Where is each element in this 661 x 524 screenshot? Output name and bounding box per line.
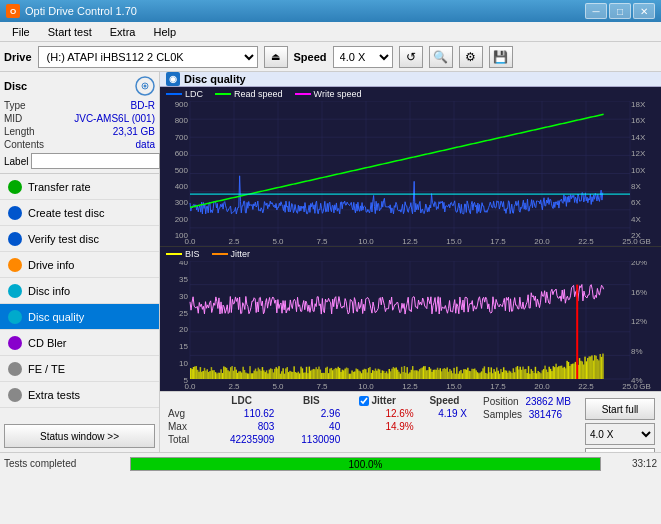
sidebar-item-drive-info[interactable]: Drive info <box>0 252 159 278</box>
nav-extra-tests-label: Extra tests <box>28 389 80 401</box>
bottom-chart-legend: BIS Jitter <box>160 247 661 261</box>
top-chart-container <box>160 101 661 247</box>
sidebar-item-fe-te[interactable]: FE / TE <box>0 356 159 382</box>
disc-label-text: Label <box>4 156 28 167</box>
stats-table: LDC BIS Jitter Speed Avg 110 <box>164 394 471 452</box>
disc-quality-title: Disc quality <box>184 73 246 85</box>
menu-start-test[interactable]: Start test <box>40 24 100 40</box>
samples-value: 381476 <box>529 409 562 420</box>
contents-value: data <box>136 139 155 150</box>
verify-test-icon <box>8 232 22 246</box>
drive-info-icon <box>8 258 22 272</box>
avg-ldc: 110.62 <box>205 407 279 420</box>
nav-disc-info-label: Disc info <box>28 285 70 297</box>
disc-panel: Disc Type BD-R MID JVC-AMS6L (001) Lengt… <box>0 72 159 174</box>
sidebar-item-create-test-disc[interactable]: Create test disc <box>0 200 159 226</box>
legend-write-speed-label: Write speed <box>314 89 362 99</box>
drive-select[interactable]: (H:) ATAPI iHBS112 2 CL0K <box>38 46 258 68</box>
eject-button[interactable]: ⏏ <box>264 46 288 68</box>
create-test-icon <box>8 206 22 220</box>
speed-header: Speed <box>418 394 471 407</box>
legend-ldc-label: LDC <box>185 89 203 99</box>
sidebar-item-transfer-rate[interactable]: Transfer rate <box>0 174 159 200</box>
avg-jitter: 12.6% <box>355 407 417 420</box>
close-button[interactable]: ✕ <box>633 3 655 19</box>
content-area: ◉ Disc quality LDC Read speed Write spee… <box>160 72 661 452</box>
right-buttons: Start full 4.0 X Start part <box>583 394 657 452</box>
max-bis: 40 <box>278 420 344 433</box>
title-bar: O Opti Drive Control 1.70 ─ □ ✕ <box>0 0 661 22</box>
minimize-button[interactable]: ─ <box>585 3 607 19</box>
progress-bar-container: 100.0% <box>130 457 601 471</box>
settings-button[interactable]: ⚙ <box>459 46 483 68</box>
disc-info-icon <box>8 284 22 298</box>
legend-ldc: LDC <box>166 89 203 99</box>
jitter-col-label: Jitter <box>371 395 395 406</box>
stats-row: LDC BIS Jitter Speed Avg 110 <box>160 391 661 452</box>
menu-extra[interactable]: Extra <box>102 24 144 40</box>
bis-header: BIS <box>278 394 344 407</box>
save-button[interactable]: 💾 <box>489 46 513 68</box>
length-value: 23,31 GB <box>113 126 155 137</box>
sidebar-item-verify-test-disc[interactable]: Verify test disc <box>0 226 159 252</box>
ldc-chart <box>160 101 655 246</box>
legend-ldc-color <box>166 93 182 95</box>
total-ldc: 42235909 <box>205 433 279 446</box>
total-bis: 1130090 <box>278 433 344 446</box>
drive-bar: Drive (H:) ATAPI iHBS112 2 CL0K ⏏ Speed … <box>0 42 661 72</box>
total-label: Total <box>164 433 205 446</box>
sidebar-item-disc-quality[interactable]: Disc quality <box>0 304 159 330</box>
avg-speed: 4.19 X <box>418 407 471 420</box>
max-label: Max <box>164 420 205 433</box>
legend-write-speed-color <box>295 93 311 95</box>
stats-speed-select[interactable]: 4.0 X <box>585 423 655 445</box>
refresh-button[interactable]: ↺ <box>399 46 423 68</box>
speed-label: Speed <box>294 51 327 63</box>
maximize-button[interactable]: □ <box>609 3 631 19</box>
menu-bar: File Start test Extra Help <box>0 22 661 42</box>
disc-quality-header-icon: ◉ <box>166 72 180 86</box>
legend-read-speed-color <box>215 93 231 95</box>
legend-write-speed: Write speed <box>295 89 362 99</box>
legend-jitter-color <box>212 253 228 255</box>
length-label: Length <box>4 126 35 137</box>
nav-disc-quality-label: Disc quality <box>28 311 84 323</box>
disc-quality-icon <box>8 310 22 324</box>
cd-bler-icon <box>8 336 22 350</box>
sidebar-item-cd-bler[interactable]: CD Bler <box>0 330 159 356</box>
sidebar-nav: Transfer rate Create test disc Verify te… <box>0 174 159 420</box>
legend-jitter-label: Jitter <box>231 249 251 259</box>
drive-label: Drive <box>4 51 32 63</box>
status-text: Tests completed <box>4 458 124 469</box>
nav-cd-bler-label: CD Bler <box>28 337 67 349</box>
legend-bis: BIS <box>166 249 200 259</box>
jitter-checkbox[interactable] <box>359 396 369 406</box>
bottom-chart-container <box>160 261 661 391</box>
nav-drive-info-label: Drive info <box>28 259 74 271</box>
max-jitter: 14.9% <box>355 420 417 433</box>
disc-icon <box>135 76 155 96</box>
app-title: Opti Drive Control 1.70 <box>25 5 137 17</box>
legend-jitter: Jitter <box>212 249 251 259</box>
disc-label-input[interactable] <box>31 153 160 169</box>
nav-transfer-rate-label: Transfer rate <box>28 181 91 193</box>
start-full-button[interactable]: Start full <box>585 398 655 420</box>
status-window-button[interactable]: Status window >> <box>4 424 155 448</box>
start-part-button[interactable]: Start part <box>585 448 655 452</box>
sidebar: Disc Type BD-R MID JVC-AMS6L (001) Lengt… <box>0 72 160 452</box>
type-value: BD-R <box>131 100 155 111</box>
avg-bis: 2.96 <box>278 407 344 420</box>
speed-select[interactable]: 4.0 X <box>333 46 393 68</box>
menu-help[interactable]: Help <box>145 24 184 40</box>
scan-button[interactable]: 🔍 <box>429 46 453 68</box>
legend-bis-color <box>166 253 182 255</box>
menu-file[interactable]: File <box>4 24 38 40</box>
extra-tests-icon <box>8 388 22 402</box>
mid-label: MID <box>4 113 22 124</box>
sidebar-item-extra-tests[interactable]: Extra tests <box>0 382 159 408</box>
status-bar: Tests completed 100.0% 33:12 <box>0 452 661 474</box>
time-text: 33:12 <box>607 458 657 469</box>
nav-create-test-label: Create test disc <box>28 207 104 219</box>
sidebar-item-disc-info[interactable]: Disc info <box>0 278 159 304</box>
jitter-check-cell: Jitter <box>355 394 417 407</box>
